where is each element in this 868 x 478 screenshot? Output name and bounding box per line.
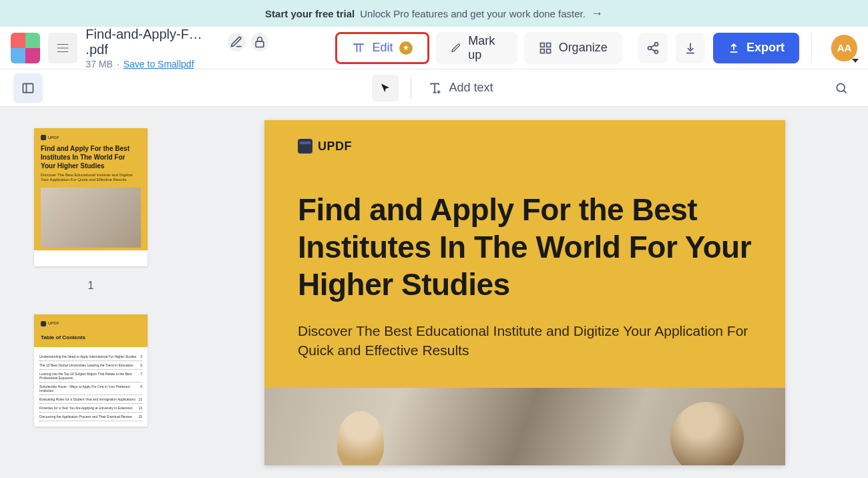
- avatar[interactable]: AA: [831, 35, 857, 61]
- panel-toggle-button[interactable]: [13, 73, 43, 103]
- pencil-icon: [230, 35, 243, 49]
- svg-point-8: [654, 42, 658, 45]
- toc-row: Finances for a Year You Are Applying at …: [39, 404, 142, 413]
- sub-toolbar: Add text: [0, 69, 868, 107]
- save-link[interactable]: Save to Smallpdf: [124, 59, 194, 69]
- banner-text: Unlock Pro features and get your work do…: [360, 8, 586, 19]
- menu-icon: [55, 41, 70, 55]
- file-size: 37 MB: [85, 59, 112, 69]
- document-page: UPDF Find and Apply For the Best Institu…: [264, 120, 785, 465]
- tool-group: Edit ★ Mark up Organize: [335, 32, 622, 64]
- svg-rect-3: [256, 41, 264, 47]
- organize-button[interactable]: Organize: [524, 32, 622, 64]
- svg-line-16: [843, 90, 846, 93]
- thumbnail-page-1[interactable]: UPDF Find and Apply For the Best Institu…: [34, 128, 148, 266]
- main-area: UPDF Find and Apply For the Best Institu…: [0, 107, 868, 478]
- updf-icon: [298, 139, 312, 154]
- svg-point-10: [654, 50, 658, 53]
- svg-rect-6: [540, 49, 544, 53]
- toc-row: The 10 Best Global Universities Leading …: [39, 361, 142, 370]
- upload-icon: [728, 42, 740, 54]
- arrow-right-icon: →: [591, 7, 603, 21]
- share-icon: [646, 41, 660, 55]
- document-photo: [264, 388, 785, 465]
- document-heading: Find and Apply For the Best Institutes I…: [264, 191, 785, 303]
- chevron-down-icon: [852, 59, 859, 63]
- document-subheading: Discover The Best Educational Institute …: [264, 322, 785, 360]
- grid-icon: [539, 41, 552, 55]
- svg-line-11: [651, 45, 655, 47]
- download-icon: [684, 41, 697, 55]
- search-icon: [835, 81, 848, 95]
- svg-line-12: [651, 49, 655, 51]
- lock-button[interactable]: [251, 33, 269, 51]
- download-button[interactable]: [676, 33, 705, 63]
- search-button[interactable]: [828, 75, 855, 101]
- toc-row: Scholarship Hours - Ways to Apply For On…: [39, 383, 142, 395]
- pointer-button[interactable]: [372, 75, 399, 101]
- toc-row: Evaluating Rules for a Student Visa and …: [39, 395, 142, 404]
- main-toolbar: Find-and-Apply-F… .pdf 37 MB · Save to S…: [0, 27, 868, 69]
- svg-rect-4: [540, 43, 544, 47]
- star-icon: ★: [399, 41, 413, 55]
- menu-button[interactable]: [48, 33, 77, 63]
- app-logo[interactable]: [11, 33, 40, 63]
- file-title: Find-and-Apply-F… .pdf: [85, 27, 222, 57]
- sidebar-icon: [21, 81, 35, 95]
- toc-row: Looking into the Top 10 Subject Majors T…: [39, 370, 142, 383]
- edit-button[interactable]: Edit ★: [335, 32, 429, 64]
- document-brand: UPDF: [264, 139, 785, 154]
- text-cursor-icon: [352, 41, 365, 55]
- pencil-icon: [451, 41, 461, 55]
- lock-icon: [253, 35, 266, 49]
- svg-rect-13: [23, 83, 33, 92]
- add-text-icon: [429, 81, 442, 95]
- page-number: 1: [19, 280, 163, 292]
- share-button[interactable]: [638, 33, 668, 63]
- toc-row: Discussing the Application Process and T…: [39, 413, 142, 421]
- cursor-icon: [379, 82, 391, 94]
- svg-rect-5: [546, 43, 550, 47]
- rename-button[interactable]: [228, 33, 246, 51]
- trial-banner[interactable]: Start your free trial Unlock Pro feature…: [0, 0, 868, 27]
- svg-rect-7: [546, 49, 550, 53]
- markup-button[interactable]: Mark up: [436, 32, 517, 64]
- toc-row: Understanding the Need to Apply Internat…: [39, 352, 142, 361]
- svg-point-9: [648, 46, 651, 49]
- thumbnail-page-2[interactable]: UPDF Table of Contents Understanding the…: [34, 314, 148, 427]
- thumbnail-panel[interactable]: UPDF Find and Apply For the Best Institu…: [0, 107, 182, 478]
- export-button[interactable]: Export: [713, 33, 799, 63]
- svg-point-15: [837, 83, 845, 91]
- add-text-button[interactable]: Add text: [423, 81, 498, 95]
- document-viewer[interactable]: UPDF Find and Apply For the Best Institu…: [182, 107, 868, 478]
- file-meta: Find-and-Apply-F… .pdf 37 MB · Save to S…: [85, 27, 268, 69]
- banner-title: Start your free trial: [265, 8, 355, 19]
